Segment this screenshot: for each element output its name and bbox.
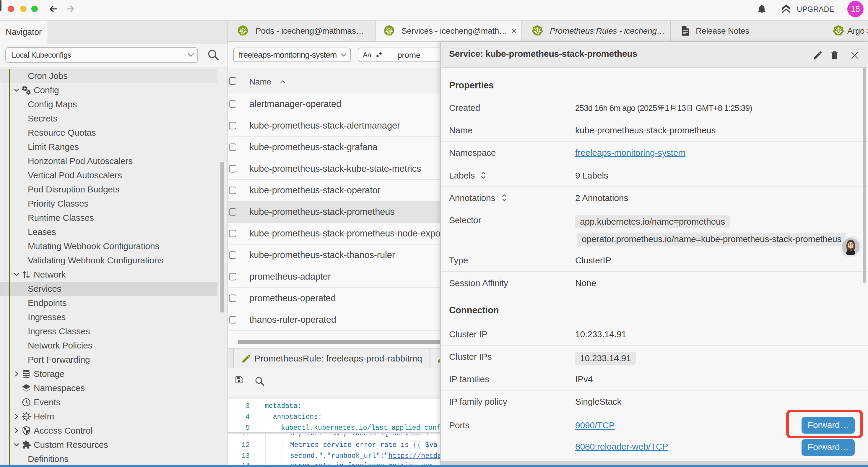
- svg-text:HELM: HELM: [23, 415, 30, 418]
